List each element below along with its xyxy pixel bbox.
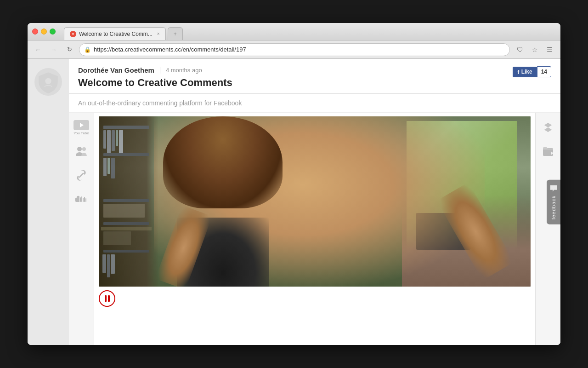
media-area: You Tube: [69, 113, 560, 345]
active-tab[interactable]: ● Welcome to Creative Comm... ×: [64, 27, 166, 40]
time-ago: 4 months ago: [160, 67, 202, 74]
content-area: Dorothée Van Goethem 4 months ago Welcom…: [28, 59, 560, 345]
svg-rect-4: [80, 197, 81, 202]
fb-like-count: 14: [537, 66, 551, 77]
media-icons-panel: You Tube: [69, 113, 94, 345]
tab-title: Welcome to Creative Comm...: [79, 31, 153, 37]
tab-bar: ● Welcome to Creative Comm... × +: [64, 23, 556, 40]
nav-right-icons: 🛡 ☆ ☰: [514, 43, 556, 56]
svg-marker-10: [544, 123, 552, 132]
dropbox-icon-btn[interactable]: [538, 117, 558, 138]
tab-favicon: ●: [70, 31, 76, 37]
address-bar[interactable]: 🔒 https://beta.creativecomments.cc/en/co…: [79, 43, 510, 56]
svg-point-1: [77, 147, 82, 151]
video-controls: [99, 290, 531, 307]
article-meta-block: Dorothée Van Goethem 4 months ago Welcom…: [78, 66, 232, 89]
new-tab-button[interactable]: +: [168, 27, 183, 40]
refresh-button[interactable]: ↻: [63, 44, 75, 56]
back-button[interactable]: ←: [32, 44, 44, 56]
svg-point-2: [82, 147, 86, 151]
article-title: Welcome to Creative Comments: [78, 77, 232, 89]
feedback-wrapper: feedback: [547, 180, 560, 224]
youtube-label: You Tube: [74, 131, 89, 135]
close-button[interactable]: [32, 29, 38, 34]
menu-icon-btn[interactable]: ☰: [543, 43, 556, 56]
folder-icon-btn[interactable]: [538, 141, 558, 161]
right-sidebar: [535, 113, 560, 345]
youtube-icon: You Tube: [74, 120, 89, 135]
shield-logo-svg: [37, 70, 60, 93]
link-icon: [75, 169, 87, 181]
tab-close-icon[interactable]: ×: [157, 31, 160, 36]
feedback-button[interactable]: feedback: [547, 180, 560, 224]
video-shelf: [99, 116, 158, 287]
author-name: Dorothée Van Goethem: [78, 66, 154, 74]
feedback-label: feedback: [551, 196, 556, 220]
svg-rect-5: [81, 196, 82, 202]
svg-rect-8: [85, 198, 86, 202]
youtube-button[interactable]: You Tube: [71, 117, 91, 138]
pause-icon: [105, 295, 110, 302]
folder-icon: [542, 145, 554, 158]
forward-button[interactable]: →: [48, 44, 60, 56]
title-bar: ● Welcome to Creative Comm... × +: [28, 23, 560, 40]
url-text: https://beta.creativecomments.cc/en/comm…: [94, 46, 505, 53]
pause-button[interactable]: [99, 290, 115, 307]
video-person-hair: [163, 116, 283, 208]
svg-rect-7: [84, 197, 85, 202]
svg-rect-6: [83, 198, 84, 202]
nav-bar: ← → ↻ 🔒 https://beta.creativecomments.cc…: [28, 40, 560, 59]
minimize-button[interactable]: [41, 29, 47, 34]
dropbox-icon: [542, 121, 554, 134]
fb-like-button[interactable]: f Like 14: [513, 66, 551, 77]
pause-bar-2: [108, 295, 110, 302]
svg-point-0: [45, 78, 51, 84]
video-scene: [99, 116, 531, 287]
traffic-lights: [32, 29, 56, 34]
article-header: Dorothée Van Goethem 4 months ago Welcom…: [69, 59, 560, 94]
feedback-icon: [549, 184, 558, 193]
article-meta: Dorothée Van Goethem 4 months ago: [78, 66, 232, 74]
svg-line-3: [79, 173, 83, 177]
people-icon: [75, 145, 88, 158]
shield-icon-btn[interactable]: 🛡: [514, 43, 526, 56]
article-subtitle: An out-of-the-ordinary commenting platfo…: [69, 94, 560, 113]
soundcloud-button[interactable]: [71, 189, 91, 209]
pause-bar-1: [105, 295, 107, 302]
left-sidebar: [28, 59, 69, 345]
browser-window: ● Welcome to Creative Comm... × + ← → ↻ …: [28, 23, 560, 345]
fb-like-label[interactable]: f Like: [513, 67, 537, 77]
maximize-button[interactable]: [50, 29, 56, 34]
people-button[interactable]: [71, 141, 91, 161]
soundcloud-icon: [74, 195, 88, 204]
main-panel: Dorothée Van Goethem 4 months ago Welcom…: [69, 59, 560, 345]
fb-like-text: Like: [521, 69, 532, 75]
video-player[interactable]: [99, 116, 531, 287]
fb-icon: f: [517, 69, 519, 75]
site-logo: [34, 68, 62, 96]
video-area: [94, 113, 535, 345]
link-button[interactable]: [71, 165, 91, 185]
youtube-logo: [74, 120, 89, 130]
ssl-icon: 🔒: [84, 46, 91, 53]
star-icon-btn[interactable]: ☆: [528, 43, 541, 56]
